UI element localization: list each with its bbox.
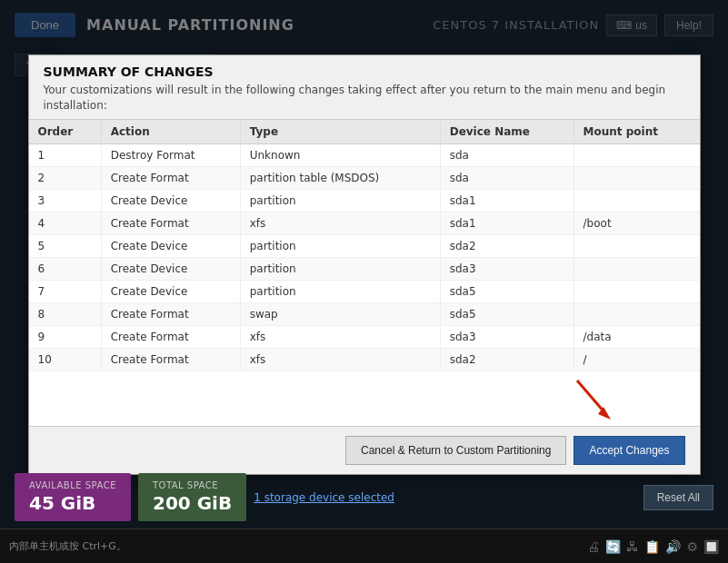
table-row: 3 Create Device partition sda1 <box>29 189 700 212</box>
cell-order: 3 <box>29 189 102 212</box>
cell-type: partition <box>240 234 440 257</box>
table-row: 7 Create Device partition sda5 <box>29 280 700 302</box>
storage-device-link[interactable]: 1 storage device selected <box>254 491 635 504</box>
cell-device: sda5 <box>440 280 573 302</box>
modal-subtitle: Your customizations will result in the f… <box>44 83 685 114</box>
table-row: 9 Create Format xfs sda3 /data <box>29 325 700 348</box>
cell-device: sda <box>440 143 573 166</box>
cell-device: sda5 <box>440 302 573 325</box>
cell-order: 2 <box>29 166 102 189</box>
cell-order: 6 <box>29 257 102 280</box>
cell-order: 4 <box>29 212 102 234</box>
cell-action: Destroy Format <box>101 143 240 166</box>
cell-type: Unknown <box>240 143 440 166</box>
table-row: 6 Create Device partition sda3 <box>29 257 700 280</box>
cell-device: sda2 <box>440 348 573 370</box>
cell-order: 9 <box>29 325 102 348</box>
cell-order: 7 <box>29 280 102 302</box>
clipboard-icon: 📋 <box>644 539 660 554</box>
cell-mount: /boot <box>573 212 699 234</box>
cell-type: swap <box>240 302 440 325</box>
settings-icon: ⚙ <box>686 539 698 554</box>
available-space-label: AVAILABLE SPACE <box>29 480 116 490</box>
cell-mount <box>573 257 699 280</box>
cell-mount <box>573 143 699 166</box>
cell-action: Create Format <box>101 166 240 189</box>
cell-type: partition table (MSDOS) <box>240 166 440 189</box>
cell-action: Create Device <box>101 189 240 212</box>
table-row: 1 Destroy Format Unknown sda <box>29 143 700 166</box>
reset-all-button[interactable]: Reset All <box>643 485 713 510</box>
cell-type: partition <box>240 280 440 302</box>
cell-mount: / <box>573 348 699 370</box>
cell-device: sda3 <box>440 257 573 280</box>
table-body: 1 Destroy Format Unknown sda 2 Create Fo… <box>29 143 700 370</box>
cell-order: 5 <box>29 234 102 257</box>
cell-mount <box>573 189 699 212</box>
accept-changes-button[interactable]: Accept Changes <box>573 436 684 465</box>
cell-mount <box>573 280 699 302</box>
total-space-label: TOTAL SPACE <box>153 480 232 490</box>
arrow-area <box>29 371 700 426</box>
cell-action: Create Device <box>101 257 240 280</box>
cell-type: partition <box>240 189 440 212</box>
cell-mount <box>573 166 699 189</box>
cell-action: Create Format <box>101 348 240 370</box>
status-icons: 🖨 🔄 🖧 📋 🔊 ⚙ 🔲 <box>587 539 719 554</box>
cell-device: sda <box>440 166 573 189</box>
cell-mount <box>573 234 699 257</box>
cell-type: partition <box>240 257 440 280</box>
table-row: 4 Create Format xfs sda1 /boot <box>29 212 700 234</box>
cell-type: xfs <box>240 325 440 348</box>
col-device: Device Name <box>440 120 573 144</box>
cell-mount: /data <box>573 325 699 348</box>
changes-table: Order Action Type Device Name Mount poin… <box>29 120 700 371</box>
cell-device: sda2 <box>440 234 573 257</box>
col-action: Action <box>101 120 240 144</box>
table-header: Order Action Type Device Name Mount poin… <box>29 120 700 144</box>
status-text: 内部单主机或按 Ctrl+G。 <box>9 539 126 553</box>
cell-action: Create Format <box>101 302 240 325</box>
available-space-box: AVAILABLE SPACE 45 GiB <box>15 473 131 521</box>
cell-action: Create Format <box>101 212 240 234</box>
table-row: 5 Create Device partition sda2 <box>29 234 700 257</box>
total-space-value: 200 GiB <box>153 492 232 514</box>
col-type: Type <box>240 120 440 144</box>
print-icon: 🖨 <box>587 539 600 554</box>
cell-mount <box>573 302 699 325</box>
cell-type: xfs <box>240 348 440 370</box>
refresh-icon: 🔄 <box>605 539 621 554</box>
cell-order: 8 <box>29 302 102 325</box>
cell-type: xfs <box>240 212 440 234</box>
table-row: 2 Create Format partition table (MSDOS) … <box>29 166 700 189</box>
red-arrow <box>563 376 618 429</box>
status-bar: 内部单主机或按 Ctrl+G。 🖨 🔄 🖧 📋 🔊 ⚙ 🔲 <box>0 528 728 563</box>
cell-order: 1 <box>29 143 102 166</box>
cancel-button[interactable]: Cancel & Return to Custom Partitioning <box>345 436 566 465</box>
col-mount: Mount point <box>573 120 699 144</box>
cell-device: sda1 <box>440 189 573 212</box>
modal-title: SUMMARY OF CHANGES <box>44 64 685 79</box>
bottom-bar: AVAILABLE SPACE 45 GiB TOTAL SPACE 200 G… <box>0 468 728 527</box>
cell-device: sda1 <box>440 212 573 234</box>
audio-icon: 🔊 <box>665 539 681 554</box>
modal-body: Order Action Type Device Name Mount poin… <box>29 120 700 426</box>
table-row: 10 Create Format xfs sda2 / <box>29 348 700 370</box>
network-icon: 🖧 <box>626 539 639 554</box>
cell-device: sda3 <box>440 325 573 348</box>
summary-modal: SUMMARY OF CHANGES Your customizations w… <box>28 54 701 475</box>
cell-action: Create Device <box>101 234 240 257</box>
cell-action: Create Device <box>101 280 240 302</box>
col-order: Order <box>29 120 102 144</box>
table-row: 8 Create Format swap sda5 <box>29 302 700 325</box>
total-space-box: TOTAL SPACE 200 GiB <box>138 473 246 521</box>
modal-header: SUMMARY OF CHANGES Your customizations w… <box>29 55 700 120</box>
cell-order: 10 <box>29 348 102 370</box>
svg-line-0 <box>577 380 604 412</box>
cell-action: Create Format <box>101 325 240 348</box>
available-space-value: 45 GiB <box>29 492 116 514</box>
modal-footer: Cancel & Return to Custom Partitioning A… <box>29 426 700 474</box>
display-icon: 🔲 <box>703 539 719 554</box>
